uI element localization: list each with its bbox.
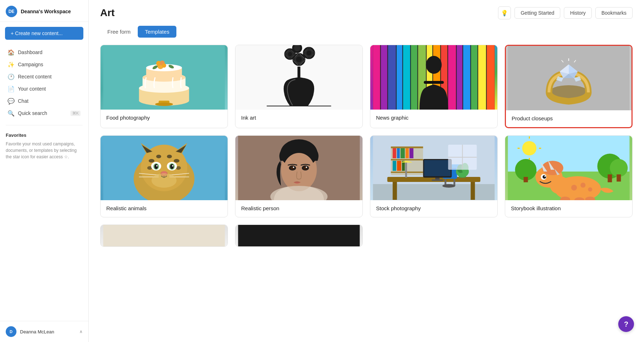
svg-rect-35 bbox=[403, 45, 410, 110]
svg-rect-33 bbox=[388, 45, 396, 110]
sidebar-item-quick-search[interactable]: 🔍 Quick search ⌘K bbox=[2, 107, 86, 119]
card-label: News graphic bbox=[370, 110, 497, 126]
card-image-person bbox=[235, 136, 362, 200]
lightbulb-button[interactable]: 💡 bbox=[498, 6, 511, 19]
sidebar-divider bbox=[6, 125, 83, 125]
card-ink-art[interactable]: Ink art bbox=[235, 45, 363, 128]
content-area: Food photography bbox=[89, 41, 644, 342]
card-grid: Food photography bbox=[100, 45, 633, 217]
svg-rect-44 bbox=[471, 45, 478, 110]
svg-point-158 bbox=[581, 183, 586, 188]
card-image-storybook bbox=[505, 136, 632, 200]
card-news-graphic[interactable]: News graphic bbox=[370, 45, 498, 128]
bookmarks-button[interactable]: Bookmarks bbox=[595, 7, 633, 19]
svg-point-114 bbox=[443, 184, 455, 188]
svg-rect-169 bbox=[103, 225, 225, 246]
sidebar-item-label: Quick search bbox=[18, 110, 47, 116]
your-content-icon: 📄 bbox=[8, 86, 14, 92]
sidebar-item-label: Recent content bbox=[18, 74, 52, 80]
user-info: D Deanna McLean bbox=[6, 326, 54, 337]
svg-rect-117 bbox=[391, 159, 423, 160]
svg-rect-32 bbox=[381, 45, 387, 110]
main-content: Art 💡 Getting Started History Bookmarks … bbox=[89, 0, 644, 342]
card-bottom-1[interactable] bbox=[100, 225, 228, 247]
svg-rect-120 bbox=[397, 148, 400, 158]
svg-point-141 bbox=[522, 141, 537, 155]
card-image-bottom-2 bbox=[235, 225, 362, 246]
card-image-animals bbox=[101, 136, 228, 200]
svg-rect-125 bbox=[397, 161, 401, 171]
help-button[interactable]: ? bbox=[618, 316, 634, 332]
avatar: D bbox=[6, 326, 16, 337]
favorites-section: Favorites Favorite your most used campai… bbox=[0, 128, 88, 164]
card-label: Ink art bbox=[235, 110, 362, 126]
dashboard-icon: 🏠 bbox=[8, 49, 14, 56]
svg-rect-36 bbox=[411, 45, 418, 110]
card-realistic-person[interactable]: Realistic person bbox=[235, 135, 363, 217]
svg-point-11 bbox=[162, 63, 166, 68]
getting-started-button[interactable]: Getting Started bbox=[514, 7, 560, 19]
svg-point-159 bbox=[588, 187, 592, 192]
card-image-food bbox=[101, 45, 228, 110]
svg-rect-109 bbox=[471, 182, 475, 200]
card-label: Realistic animals bbox=[101, 200, 228, 217]
card-product-closeups[interactable]: Product closeups bbox=[505, 45, 633, 128]
svg-rect-134 bbox=[435, 178, 440, 179]
sidebar-item-your-content[interactable]: 📄 Your content bbox=[2, 83, 86, 95]
svg-rect-106 bbox=[373, 184, 495, 200]
svg-point-72 bbox=[167, 155, 172, 158]
svg-rect-48 bbox=[424, 81, 444, 84]
campaigns-icon: ✨ bbox=[8, 61, 14, 68]
card-bottom-2[interactable] bbox=[235, 225, 363, 247]
tab-free-form[interactable]: Free form bbox=[100, 26, 138, 38]
svg-rect-46 bbox=[487, 45, 495, 110]
svg-rect-133 bbox=[424, 160, 451, 176]
card-realistic-animals[interactable]: Realistic animals bbox=[100, 135, 228, 217]
svg-rect-123 bbox=[410, 148, 414, 158]
recent-content-icon: 🕐 bbox=[8, 73, 14, 80]
svg-rect-131 bbox=[405, 163, 407, 178]
create-new-content-button[interactable]: + Create new content... bbox=[5, 27, 83, 40]
svg-rect-41 bbox=[448, 45, 456, 110]
history-button[interactable]: History bbox=[564, 7, 592, 19]
card-label: Storybook illustration bbox=[505, 200, 632, 217]
svg-rect-170 bbox=[238, 225, 360, 246]
card-label: Stock photography bbox=[370, 200, 497, 217]
svg-point-103 bbox=[306, 167, 307, 168]
svg-rect-108 bbox=[393, 182, 397, 200]
card-image-bottom-1 bbox=[101, 225, 228, 246]
sidebar-item-label: Dashboard bbox=[18, 49, 43, 55]
svg-point-97 bbox=[283, 153, 315, 190]
chat-icon: 💬 bbox=[8, 98, 14, 104]
tab-templates[interactable]: Templates bbox=[138, 26, 176, 38]
svg-point-102 bbox=[293, 167, 294, 168]
svg-point-23 bbox=[288, 52, 292, 56]
svg-point-164 bbox=[543, 175, 546, 179]
svg-point-26 bbox=[307, 50, 312, 56]
topbar-actions: 💡 Getting Started History Bookmarks bbox=[498, 6, 633, 19]
sidebar-item-chat[interactable]: 💬 Chat bbox=[2, 95, 86, 107]
tabs-row: Free form Templates bbox=[89, 19, 644, 41]
workspace-avatar: DE bbox=[6, 6, 17, 17]
user-name: Deanna McLean bbox=[20, 329, 54, 334]
card-stock-photography[interactable]: Stock photography bbox=[370, 135, 498, 217]
card-storybook-illustration[interactable]: Storybook illustration bbox=[505, 135, 633, 217]
svg-rect-17 bbox=[298, 67, 301, 79]
sidebar-item-dashboard[interactable]: 🏠 Dashboard bbox=[2, 46, 86, 58]
page-title: Art bbox=[100, 7, 114, 19]
card-label: Product closeups bbox=[506, 110, 631, 127]
sidebar-item-recent-content[interactable]: 🕐 Recent content bbox=[2, 71, 86, 83]
svg-point-71 bbox=[156, 155, 161, 158]
svg-point-81 bbox=[170, 164, 174, 169]
card-image-product bbox=[506, 46, 631, 110]
sidebar-nav: 🏠 Dashboard ✨ Campaigns 🕐 Recent content… bbox=[0, 43, 88, 122]
svg-rect-122 bbox=[406, 148, 409, 158]
sidebar-item-campaigns[interactable]: ✨ Campaigns bbox=[2, 58, 86, 71]
svg-rect-45 bbox=[478, 45, 486, 110]
favorites-title: Favorites bbox=[6, 133, 83, 138]
sidebar: DE Deanna's Workspace + Create new conte… bbox=[0, 0, 89, 342]
svg-point-80 bbox=[155, 164, 158, 169]
svg-rect-34 bbox=[397, 45, 402, 110]
card-food-photography[interactable]: Food photography bbox=[100, 45, 228, 128]
svg-point-70 bbox=[149, 159, 155, 163]
